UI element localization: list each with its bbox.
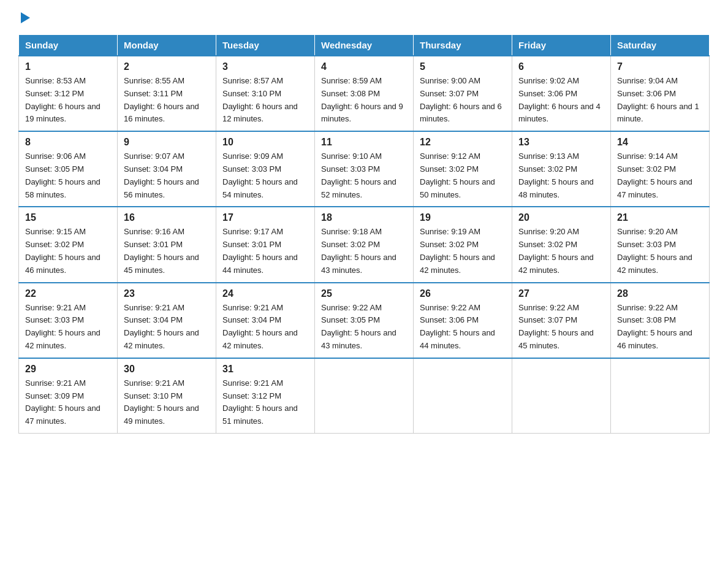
day-info: Sunrise: 8:59 AM Sunset: 3:08 PM Dayligh…	[321, 75, 407, 126]
day-info: Sunrise: 9:12 AM Sunset: 3:02 PM Dayligh…	[420, 150, 506, 201]
header-row: SundayMondayTuesdayWednesdayThursdayFrid…	[19, 35, 710, 56]
day-number: 16	[124, 212, 210, 223]
calendar-cell: 13 Sunrise: 9:13 AM Sunset: 3:02 PM Dayl…	[512, 131, 611, 207]
day-info: Sunrise: 9:07 AM Sunset: 3:04 PM Dayligh…	[124, 150, 210, 201]
day-info: Sunrise: 9:20 AM Sunset: 3:02 PM Dayligh…	[518, 226, 604, 277]
calendar-cell: 3 Sunrise: 8:57 AM Sunset: 3:10 PM Dayli…	[216, 56, 315, 131]
day-info: Sunrise: 9:14 AM Sunset: 3:02 PM Dayligh…	[617, 150, 703, 201]
calendar-cell: 30 Sunrise: 9:21 AM Sunset: 3:10 PM Dayl…	[118, 358, 216, 434]
week-row-2: 8 Sunrise: 9:06 AM Sunset: 3:05 PM Dayli…	[19, 131, 710, 207]
day-info: Sunrise: 9:19 AM Sunset: 3:02 PM Dayligh…	[420, 226, 506, 277]
calendar-cell: 7 Sunrise: 9:04 AM Sunset: 3:06 PM Dayli…	[611, 56, 710, 131]
day-info: Sunrise: 9:21 AM Sunset: 3:03 PM Dayligh…	[25, 302, 111, 353]
day-number: 15	[25, 212, 111, 223]
header-cell-thursday: Thursday	[414, 35, 512, 56]
day-info: Sunrise: 9:06 AM Sunset: 3:05 PM Dayligh…	[25, 150, 111, 201]
day-number: 26	[420, 288, 506, 299]
calendar-cell: 11 Sunrise: 9:10 AM Sunset: 3:03 PM Dayl…	[315, 131, 414, 207]
header-cell-friday: Friday	[512, 35, 611, 56]
day-info: Sunrise: 9:21 AM Sunset: 3:12 PM Dayligh…	[222, 377, 308, 428]
day-info: Sunrise: 9:21 AM Sunset: 3:10 PM Dayligh…	[124, 377, 210, 428]
day-number: 6	[518, 61, 604, 72]
calendar-cell	[512, 358, 611, 434]
calendar-cell: 17 Sunrise: 9:17 AM Sunset: 3:01 PM Dayl…	[216, 207, 315, 282]
calendar-cell: 15 Sunrise: 9:15 AM Sunset: 3:02 PM Dayl…	[19, 207, 118, 282]
calendar-cell: 2 Sunrise: 8:55 AM Sunset: 3:11 PM Dayli…	[118, 56, 216, 131]
calendar-table: SundayMondayTuesdayWednesdayThursdayFrid…	[18, 34, 710, 434]
day-number: 13	[518, 137, 604, 148]
calendar-cell	[611, 358, 710, 434]
calendar-cell: 1 Sunrise: 8:53 AM Sunset: 3:12 PM Dayli…	[19, 56, 118, 131]
header-cell-wednesday: Wednesday	[315, 35, 414, 56]
calendar-cell: 10 Sunrise: 9:09 AM Sunset: 3:03 PM Dayl…	[216, 131, 315, 207]
day-info: Sunrise: 9:00 AM Sunset: 3:07 PM Dayligh…	[420, 75, 506, 126]
day-number: 8	[25, 137, 111, 148]
day-number: 14	[617, 137, 703, 148]
day-number: 28	[617, 288, 703, 299]
header-cell-monday: Monday	[118, 35, 216, 56]
calendar-cell: 26 Sunrise: 9:22 AM Sunset: 3:06 PM Dayl…	[414, 283, 512, 358]
day-info: Sunrise: 9:22 AM Sunset: 3:07 PM Dayligh…	[518, 302, 604, 353]
calendar-cell: 19 Sunrise: 9:19 AM Sunset: 3:02 PM Dayl…	[414, 207, 512, 282]
day-number: 27	[518, 288, 604, 299]
day-info: Sunrise: 8:55 AM Sunset: 3:11 PM Dayligh…	[124, 75, 210, 126]
day-info: Sunrise: 9:15 AM Sunset: 3:02 PM Dayligh…	[25, 226, 111, 277]
day-number: 22	[25, 288, 111, 299]
calendar-cell: 31 Sunrise: 9:21 AM Sunset: 3:12 PM Dayl…	[216, 358, 315, 434]
day-number: 3	[222, 61, 308, 72]
week-row-5: 29 Sunrise: 9:21 AM Sunset: 3:09 PM Dayl…	[19, 358, 710, 434]
logo-triangle-icon	[21, 12, 30, 23]
day-number: 5	[420, 61, 506, 72]
day-number: 29	[25, 364, 111, 375]
day-number: 31	[222, 364, 308, 375]
header-cell-sunday: Sunday	[19, 35, 118, 56]
calendar-cell: 18 Sunrise: 9:18 AM Sunset: 3:02 PM Dayl…	[315, 207, 414, 282]
day-number: 20	[518, 212, 604, 223]
day-info: Sunrise: 9:22 AM Sunset: 3:06 PM Dayligh…	[420, 302, 506, 353]
logo-area	[18, 12, 30, 23]
day-info: Sunrise: 9:16 AM Sunset: 3:01 PM Dayligh…	[124, 226, 210, 277]
calendar-cell: 29 Sunrise: 9:21 AM Sunset: 3:09 PM Dayl…	[19, 358, 118, 434]
day-info: Sunrise: 9:18 AM Sunset: 3:02 PM Dayligh…	[321, 226, 407, 277]
day-info: Sunrise: 9:21 AM Sunset: 3:09 PM Dayligh…	[25, 377, 111, 428]
calendar-cell	[414, 358, 512, 434]
day-number: 18	[321, 212, 407, 223]
calendar-cell: 24 Sunrise: 9:21 AM Sunset: 3:04 PM Dayl…	[216, 283, 315, 358]
calendar-cell: 23 Sunrise: 9:21 AM Sunset: 3:04 PM Dayl…	[118, 283, 216, 358]
day-number: 17	[222, 212, 308, 223]
day-info: Sunrise: 8:53 AM Sunset: 3:12 PM Dayligh…	[25, 75, 111, 126]
day-info: Sunrise: 9:22 AM Sunset: 3:05 PM Dayligh…	[321, 302, 407, 353]
day-number: 4	[321, 61, 407, 72]
day-number: 30	[124, 364, 210, 375]
week-row-1: 1 Sunrise: 8:53 AM Sunset: 3:12 PM Dayli…	[19, 56, 710, 131]
day-info: Sunrise: 9:09 AM Sunset: 3:03 PM Dayligh…	[222, 150, 308, 201]
day-number: 21	[617, 212, 703, 223]
day-info: Sunrise: 9:22 AM Sunset: 3:08 PM Dayligh…	[617, 302, 703, 353]
day-number: 23	[124, 288, 210, 299]
calendar-cell: 21 Sunrise: 9:20 AM Sunset: 3:03 PM Dayl…	[611, 207, 710, 282]
calendar-cell: 8 Sunrise: 9:06 AM Sunset: 3:05 PM Dayli…	[19, 131, 118, 207]
calendar-cell: 28 Sunrise: 9:22 AM Sunset: 3:08 PM Dayl…	[611, 283, 710, 358]
day-number: 12	[420, 137, 506, 148]
header-cell-tuesday: Tuesday	[216, 35, 315, 56]
calendar-cell: 25 Sunrise: 9:22 AM Sunset: 3:05 PM Dayl…	[315, 283, 414, 358]
week-row-3: 15 Sunrise: 9:15 AM Sunset: 3:02 PM Dayl…	[19, 207, 710, 282]
calendar-cell: 16 Sunrise: 9:16 AM Sunset: 3:01 PM Dayl…	[118, 207, 216, 282]
day-info: Sunrise: 8:57 AM Sunset: 3:10 PM Dayligh…	[222, 75, 308, 126]
header-cell-saturday: Saturday	[611, 35, 710, 56]
day-info: Sunrise: 9:13 AM Sunset: 3:02 PM Dayligh…	[518, 150, 604, 201]
day-number: 7	[617, 61, 703, 72]
day-number: 10	[222, 137, 308, 148]
calendar-cell: 6 Sunrise: 9:02 AM Sunset: 3:06 PM Dayli…	[512, 56, 611, 131]
day-info: Sunrise: 9:21 AM Sunset: 3:04 PM Dayligh…	[124, 302, 210, 353]
day-number: 11	[321, 137, 407, 148]
day-number: 24	[222, 288, 308, 299]
day-info: Sunrise: 9:02 AM Sunset: 3:06 PM Dayligh…	[518, 75, 604, 126]
page-header	[18, 12, 710, 23]
calendar-cell	[315, 358, 414, 434]
day-info: Sunrise: 9:20 AM Sunset: 3:03 PM Dayligh…	[617, 226, 703, 277]
calendar-cell: 22 Sunrise: 9:21 AM Sunset: 3:03 PM Dayl…	[19, 283, 118, 358]
day-number: 1	[25, 61, 111, 72]
calendar-cell: 12 Sunrise: 9:12 AM Sunset: 3:02 PM Dayl…	[414, 131, 512, 207]
day-info: Sunrise: 9:17 AM Sunset: 3:01 PM Dayligh…	[222, 226, 308, 277]
